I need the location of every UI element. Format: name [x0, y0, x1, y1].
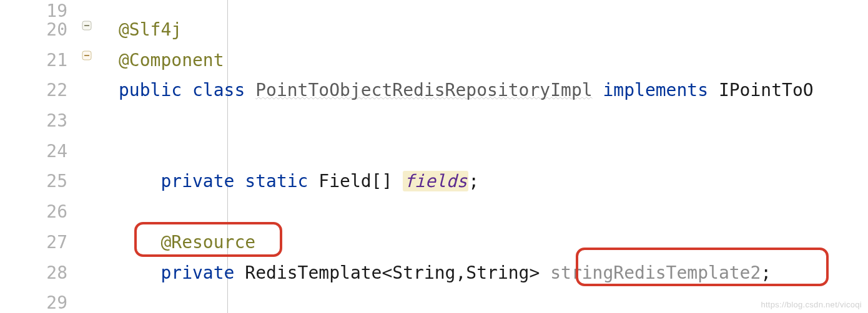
line-number: 22: [0, 75, 81, 106]
keyword-static: static: [245, 171, 308, 191]
line-number: 23: [0, 106, 81, 137]
line-number: 25: [0, 166, 81, 197]
keyword-private: private: [160, 262, 234, 283]
type-name: Field[]: [318, 171, 392, 191]
line-number: 21: [0, 46, 81, 76]
interface-name: IPointToO: [719, 80, 814, 100]
code-line[interactable]: [119, 197, 868, 228]
code-line[interactable]: public class PointToObjectRedisRepositor…: [119, 75, 868, 106]
field-name-unused: stringRedisTemplate2: [550, 262, 761, 283]
line-number: 28: [0, 258, 81, 289]
semicolon: ;: [468, 171, 479, 191]
code-editor[interactable]: 19 20 21 22 23 24 25 26 27 28 29: [0, 0, 868, 313]
line-number: 26: [0, 197, 81, 228]
code-line[interactable]: @Resource: [119, 228, 868, 258]
code-line[interactable]: [119, 137, 868, 167]
code-line[interactable]: @Component: [119, 46, 868, 76]
fold-class-icon[interactable]: [81, 50, 94, 62]
code-line[interactable]: [119, 0, 868, 15]
fold-collapse-icon[interactable]: [81, 20, 94, 32]
code-line[interactable]: private RedisTemplate<String,String> str…: [119, 258, 868, 289]
code-area[interactable]: @Slf4j @Component public class PointToOb…: [114, 0, 868, 313]
keyword-implements: implements: [603, 80, 708, 100]
line-number: 20: [0, 15, 81, 46]
code-line[interactable]: [119, 106, 868, 137]
keyword-class: class: [192, 80, 245, 100]
line-number-gutter: 19 20 21 22 23 24 25 26 27 28 29: [0, 0, 81, 313]
keyword-public: public: [119, 80, 182, 100]
line-number: 29: [0, 288, 81, 313]
watermark: https://blog.csdn.net/vicoqi: [761, 300, 862, 309]
class-name: PointToObjectRedisRepositoryImpl: [255, 80, 592, 100]
field-name: fields: [404, 171, 467, 191]
line-number: 19: [0, 0, 81, 15]
code-line[interactable]: [119, 288, 868, 313]
semicolon: ;: [761, 262, 771, 283]
code-line[interactable]: @Slf4j: [119, 15, 868, 46]
type-name: RedisTemplate<String,String>: [245, 262, 540, 283]
annotation: @Component: [119, 50, 224, 70]
annotation: @Slf4j: [119, 19, 182, 40]
line-number: 24: [0, 137, 81, 167]
code-line[interactable]: private static Field[] fields;: [119, 166, 868, 197]
fold-bar: [81, 0, 114, 313]
line-number: 27: [0, 228, 81, 258]
keyword-private: private: [160, 171, 234, 191]
annotation-resource: @Resource: [160, 232, 255, 253]
